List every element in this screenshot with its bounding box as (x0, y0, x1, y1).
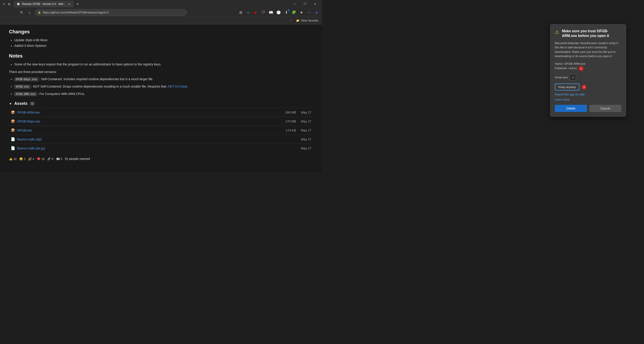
celebrate-emoji: 🎉 (28, 157, 32, 160)
page-content: Changes Update Style A Bit More. Added 3… (0, 25, 322, 172)
rocket-count: 6 (52, 157, 53, 160)
asset-icon-ofgb: 📦 (11, 128, 15, 132)
active-tab[interactable]: Release OFGB - Version 0.4 · xM4... ✕ (14, 1, 74, 8)
more-button[interactable]: ⋯ (306, 9, 312, 16)
other-favorites-folder[interactable]: 📁 Other favorites (294, 19, 320, 23)
asset-date-targz: May 17 (298, 146, 311, 150)
reaction-rocket[interactable]: 🚀 6 (47, 157, 53, 160)
grid-icon-button[interactable]: ⊞ (237, 9, 244, 16)
asset-link-arm[interactable]: OFGB-ARM.exe (17, 111, 276, 114)
changes-section: Changes Update Style A Bit More. Added 3… (9, 29, 313, 49)
eyes-count: 5 (60, 157, 62, 160)
new-tab-button[interactable]: + (74, 1, 81, 7)
notes-heading: Notes (9, 53, 313, 59)
thumbsup-count: 32 (14, 157, 16, 160)
shield-icon-button[interactable]: 🛡 (260, 9, 267, 16)
lock-icon: 🔒 (38, 11, 41, 14)
tab-favicon (16, 2, 20, 6)
reaction-heart[interactable]: ❤️ 16 (37, 157, 44, 160)
changes-item-2: Added 3 More Options! (14, 43, 313, 49)
deps-code: OFGB-Deps.exe (14, 77, 38, 81)
asset-row-ofgb: 📦 OFGB.exe 174 KB May 17 (9, 126, 313, 135)
asset-row-arm: 📦 OFGB-ARM.exe 166 MB May 17 (9, 108, 313, 117)
arm-code: OFGB-ARM.exe (14, 92, 37, 96)
tab-bar: ≡ ⧉ Release OFGB - Version 0.4 · xM4... … (0, 0, 322, 8)
assets-count: 5 (30, 102, 35, 106)
window-controls: — ❐ ✕ (289, 0, 320, 8)
tab-close-btn[interactable]: ✕ (67, 2, 71, 6)
restore-button[interactable]: ❐ (300, 0, 310, 8)
url-text: https://github.com/xM4ddy/OFGB/releases/… (43, 11, 184, 14)
refresh-button[interactable]: ↻ (18, 9, 25, 16)
reaction-eyes[interactable]: 👀 5 (56, 157, 62, 160)
notes-section: Notes Some of the new keys require that … (9, 53, 313, 97)
assets-section: ▼ Assets 5 📦 OFGB-ARM.exe 166 MB May 17 … (9, 101, 313, 152)
asset-link-ofgb[interactable]: OFGB.exe (17, 128, 276, 132)
version-item-2: OFGB.exe : NOT Self-Contained. Drops run… (14, 84, 313, 89)
version-item-3: OFGB-ARM.exe : For Computers With ARM CP… (14, 91, 313, 97)
asset-size-arm: 166 MB (278, 111, 296, 114)
ofgb-code: OFGB.exe (14, 85, 30, 89)
tab-strip-btn[interactable]: ⧉ (7, 2, 11, 6)
versions-text: There are three provided versions: (9, 70, 313, 74)
youtube-icon-button[interactable]: ▶ (252, 9, 260, 16)
forward-button[interactable]: → (10, 9, 17, 16)
downloads-button[interactable]: ⬇ (283, 9, 290, 16)
version-list: OFGB-Deps.exe : Self-Contained. Includes… (9, 76, 313, 97)
rocket-emoji: 🚀 (47, 157, 51, 160)
heart-count: 16 (41, 157, 44, 160)
changes-list: Update Style A Bit More. Added 3 More Op… (9, 37, 313, 49)
asset-row-zip: 📄 Source code (zip) May 17 (9, 135, 313, 143)
navigation-toolbar: ← → ↻ ⌂ 🔒 https://github.com/xM4ddy/OFGB… (0, 8, 322, 17)
favorites-bar: › 📁 Other favorites (0, 17, 322, 24)
changes-heading: Changes (9, 29, 313, 35)
asset-icon-arm: 📦 (11, 110, 15, 114)
asset-link-deps[interactable]: OFGB-Deps.exe (17, 120, 276, 123)
asset-icon-zip: 📄 (11, 137, 15, 141)
laugh-emoji: 😄 (19, 157, 23, 160)
reactions-total: 51 people reacted (65, 157, 90, 160)
extensions-button[interactable]: 🧩 (290, 9, 298, 16)
reaction-laugh[interactable]: 😄 2 (19, 157, 25, 160)
assets-heading: Assets (14, 101, 28, 106)
other-favorites-label: Other favorites (301, 19, 318, 22)
history-button[interactable]: 🕐 (275, 9, 282, 16)
edge-icon-button[interactable]: e (313, 9, 320, 16)
heart-emoji: ❤️ (37, 157, 40, 160)
browser-chrome: ≡ ⧉ Release OFGB - Version 0.4 · xM4... … (0, 0, 322, 25)
notes-item-1: Some of the new keys require that the pr… (14, 62, 313, 67)
home-button[interactable]: ⌂ (26, 9, 33, 16)
main-content-area: Changes Update Style A Bit More. Added 3… (0, 25, 322, 172)
reading-view-button[interactable]: 📖 (268, 9, 274, 16)
reaction-thumbsup[interactable]: 👍 32 (9, 157, 16, 160)
ofgb-desc: : NOT Self-Contained. Drops runtime depe… (31, 85, 166, 88)
asset-date-arm: May 17 (298, 111, 311, 114)
asset-icon-deps: 📦 (11, 119, 15, 123)
asset-size-ofgb: 174 KB (278, 128, 296, 132)
minimize-button[interactable]: — (289, 0, 300, 8)
asset-size-deps: 170 MB (278, 120, 296, 123)
back-button[interactable]: ← (2, 9, 9, 16)
toolbar-right-icons: ⊞ ☆ ▶ 🛡 📖 🕐 ⬇ 🧩 ★ ⋯ e (237, 9, 320, 16)
notes-list: Some of the new keys require that the pr… (9, 62, 313, 67)
favorites-chevron-btn[interactable]: › (288, 18, 294, 23)
asset-date-ofgb: May 17 (298, 128, 311, 132)
address-bar[interactable]: 🔒 https://github.com/xM4ddy/OFGB/release… (35, 9, 187, 16)
favorites-button[interactable]: ★ (298, 9, 305, 16)
deps-desc: : Self-Contained. Includes required runt… (39, 77, 154, 81)
asset-row-targz: 📄 Source code (tar.gz) May 17 (9, 143, 313, 152)
tab-controls-left: ≡ ⧉ (2, 2, 11, 6)
thumbsup-emoji: 👍 (9, 157, 12, 160)
star-icon-button[interactable]: ☆ (245, 9, 252, 16)
reactions-row: 👍 32 😄 2 🎉 4 ❤️ 16 🚀 6 👀 5 (9, 157, 313, 160)
asset-date-zip: May 17 (298, 137, 311, 141)
asset-link-targz[interactable]: Source code (tar.gz) (17, 146, 276, 150)
asset-link-zip[interactable]: Source code (zip) (17, 137, 276, 141)
close-button[interactable]: ✕ (310, 0, 320, 8)
reaction-celebrate[interactable]: 🎉 4 (28, 157, 34, 160)
asset-icon-targz: 📄 (11, 146, 15, 150)
dotnet-link[interactable]: .NET 8.0 Desk (167, 85, 188, 88)
asset-row-deps: 📦 OFGB-Deps.exe 170 MB May 17 (9, 117, 313, 126)
sidebar-toggle-btn[interactable]: ≡ (2, 2, 6, 6)
celebrate-count: 4 (33, 157, 34, 160)
